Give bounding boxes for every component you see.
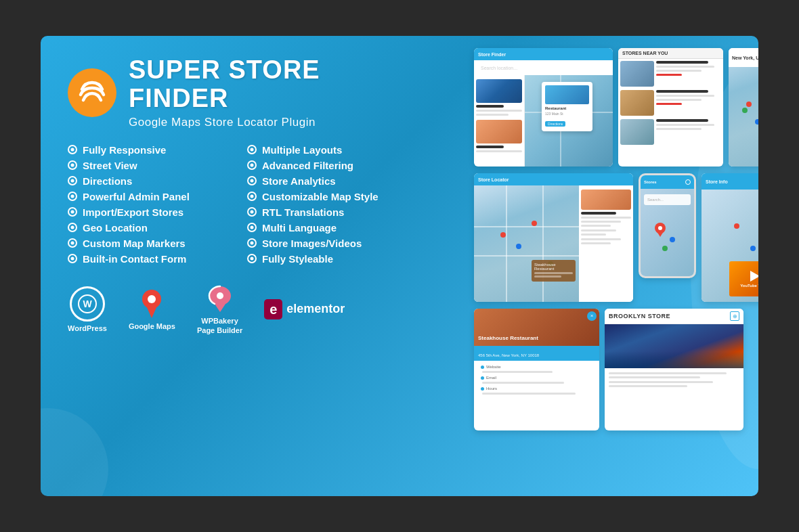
banner: SUPER STORE FINDER Google Maps Store Loc… xyxy=(41,36,758,496)
c7-l1 xyxy=(609,372,727,374)
card6-l2 xyxy=(482,382,564,384)
card6-row3: Hours xyxy=(478,386,595,391)
bullet-icon xyxy=(247,238,257,248)
logo-icon xyxy=(77,77,108,108)
bullet-icon xyxy=(247,176,257,185)
card1-search: Search location... xyxy=(478,63,609,72)
wpbakery-label: WPBakeryPage Builder xyxy=(197,316,242,336)
mobile-pin2 xyxy=(670,237,675,242)
screenshot-row-2: Store Locator xyxy=(474,173,758,302)
card4-body: Steakhouse Restaurant xyxy=(474,185,633,302)
wp-logo-svg: W xyxy=(77,294,98,314)
title-block: SUPER STORE FINDER Google Maps Store Loc… xyxy=(129,56,420,129)
dot2 xyxy=(481,376,484,380)
integration-elementor: e elementor xyxy=(264,299,345,319)
yt-pin2 xyxy=(750,246,756,251)
card3-location: New York, US xyxy=(732,56,758,60)
youtube-card: YouTube Video xyxy=(729,261,758,296)
card2-body xyxy=(618,59,723,167)
screenshot-mobile: Stores Search... xyxy=(639,173,696,278)
screenshot-card-6: Steakhouse Restaurant × 456 5th Ave, New… xyxy=(474,309,599,430)
card6-hours: Hours xyxy=(486,386,497,391)
c4-l4 xyxy=(581,225,611,227)
bullet-icon xyxy=(247,160,257,170)
s3-addr xyxy=(656,124,714,126)
card3-pin3 xyxy=(742,108,748,113)
bullet-icon xyxy=(247,192,257,201)
card6-inner: Steakhouse Restaurant × 456 5th Ave, New… xyxy=(474,309,599,430)
yt-inner: Store Info YouTube Video xyxy=(701,173,758,302)
youtube-label: YouTube Video xyxy=(740,284,758,288)
card7-img-overlay xyxy=(605,351,743,368)
card1-body: Restaurant 123 Main St Directions xyxy=(474,75,613,167)
bullet-icon xyxy=(68,238,77,248)
feature-geo-location: Geo Location xyxy=(68,222,240,234)
c4-pin4 xyxy=(500,232,506,238)
wordpress-label: WordPress xyxy=(68,324,107,332)
card6-row1: Website xyxy=(478,364,595,370)
svg-point-3 xyxy=(148,295,156,303)
bullet-icon xyxy=(247,223,257,232)
card1-img1 xyxy=(476,79,522,103)
card2-store2 xyxy=(620,90,721,116)
c4-l2 xyxy=(581,217,631,219)
c4-l7 xyxy=(581,238,621,240)
svg-text:W: W xyxy=(83,298,92,309)
mobile-pin3 xyxy=(662,246,668,251)
store2-info xyxy=(656,90,721,116)
s3-name xyxy=(656,119,708,122)
c4-road3 xyxy=(506,185,507,302)
s1-addr xyxy=(656,66,714,68)
store3-info xyxy=(656,119,721,145)
feature-fully-responsive: Fully Responsive xyxy=(68,144,240,156)
s1-city xyxy=(656,70,701,72)
card1-line2 xyxy=(476,110,522,112)
c4-l6 xyxy=(581,234,606,236)
card6-store-name: Steakhouse Restaurant xyxy=(478,335,538,341)
info-address: 123 Main St xyxy=(545,112,589,116)
elementor-e-icon: e xyxy=(264,299,282,319)
feature-rtl: RTL Translations xyxy=(247,206,420,218)
feature-customizable-map: Customizable Map Style xyxy=(247,191,420,202)
header-row: SUPER STORE FINDER Google Maps Store Loc… xyxy=(68,56,420,129)
features-right-col: Multiple Layouts Advanced Filtering Stor… xyxy=(247,144,420,265)
card1-title: Store Finder xyxy=(478,52,506,57)
s3-city xyxy=(656,128,701,130)
card7-details xyxy=(605,368,743,430)
screenshot-card-1: Store Finder Search location... xyxy=(474,48,613,167)
screenshot-card-yt: Store Info YouTube Video xyxy=(701,173,758,302)
card4-inner: Store Locator xyxy=(474,173,633,302)
screenshot-card-2: STORES NEAR YOU xyxy=(618,48,723,167)
mobile-icon xyxy=(685,179,691,185)
card6-l1 xyxy=(482,371,553,373)
feature-street-view: Street View xyxy=(68,160,240,171)
c4-road4 xyxy=(542,185,544,302)
feature-directions: Directions xyxy=(68,175,240,187)
features-grid: Fully Responsive Street View Directions … xyxy=(68,144,420,265)
bullet-icon xyxy=(68,160,77,170)
card1-topbar: Store Finder xyxy=(474,48,613,60)
bullet-icon xyxy=(68,223,77,232)
store3-img xyxy=(620,119,654,145)
brown-info-box: Steakhouse Restaurant xyxy=(532,260,576,282)
card7-title: BROOKLYN STORE xyxy=(609,313,670,319)
card6-l3 xyxy=(482,393,576,395)
integration-wordpress: W WordPress xyxy=(68,286,107,332)
info-img xyxy=(545,85,589,104)
yt-map: YouTube Video xyxy=(701,190,758,302)
card3-topbar: New York, US Find xyxy=(729,48,758,67)
wpbakery-icon xyxy=(204,284,236,313)
c7-l4 xyxy=(609,385,687,387)
info-store-name: Restaurant xyxy=(545,106,589,110)
screenshot-row-3: Steakhouse Restaurant × 456 5th Ave, New… xyxy=(474,309,758,430)
bullet-icon xyxy=(247,207,257,217)
card7-inner: BROOKLYN STORE ⊕ xyxy=(605,309,743,430)
search-placeholder: Search location... xyxy=(481,66,517,70)
feature-contact-form: Built-in Contact Form xyxy=(68,253,240,265)
svg-point-5 xyxy=(217,292,223,299)
card7-city-img xyxy=(605,324,743,368)
bullet-icon xyxy=(247,145,257,154)
screenshots-wrapper: Store Finder Search location... xyxy=(447,36,758,496)
card1-line5 xyxy=(476,150,522,152)
mobile-search-text: Search... xyxy=(647,198,664,202)
